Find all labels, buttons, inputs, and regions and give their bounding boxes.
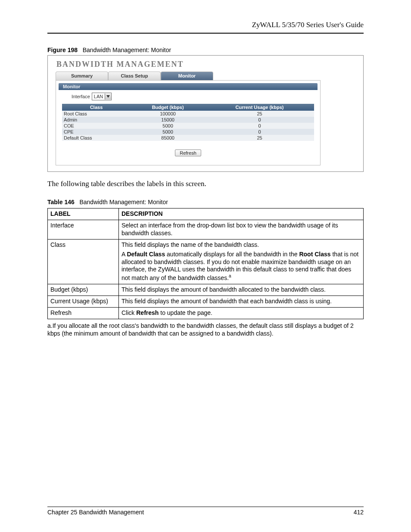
cell-class: Admin (62, 117, 131, 123)
table-footnote: a.If you allocate all the root class's b… (47, 322, 364, 337)
refresh-button[interactable]: Refresh (175, 149, 201, 156)
col-usage: Current Usage (kbps) (205, 104, 314, 111)
cell-usage: 0 (205, 129, 314, 135)
figure-label: Figure 198 (47, 47, 78, 53)
table-row: Root Class 100000 25 (62, 111, 314, 117)
class-p2: A Default Class automatically displays f… (121, 251, 361, 282)
cell-budget: 85000 (131, 135, 205, 141)
description-table: LABEL DESCRIPTION Interface Select an in… (47, 208, 364, 319)
table-row: Budget (kbps) This field displays the am… (48, 284, 364, 296)
cell-class: CPE (62, 129, 131, 135)
figure-title: Bandwidth Management: Monitor (83, 47, 171, 53)
table-row: COE 5000 0 (62, 123, 314, 129)
footer-chapter: Chapter 25 Bandwidth Management (47, 509, 144, 516)
table-label: Table 146 (47, 199, 75, 205)
table-title: Bandwidth Management: Monitor (79, 199, 168, 205)
footer-page-number: 412 (354, 509, 364, 516)
table-caption: Table 146 Bandwidth Management: Monitor (47, 199, 364, 205)
header-rule (47, 33, 364, 34)
tab-class-setup[interactable]: Class Setup (108, 72, 161, 80)
desc-cell: This field displays the amount of bandwi… (119, 284, 364, 296)
cell-class: COE (62, 123, 131, 129)
figure-caption: Figure 198 Bandwidth Management: Monitor (47, 47, 364, 53)
label-cell: Refresh (48, 307, 119, 319)
label-cell: Current Usage (kbps) (48, 296, 119, 307)
tab-summary[interactable]: Summary (56, 72, 108, 80)
cell-class: Default Class (62, 135, 131, 141)
label-cell: Budget (kbps) (48, 284, 119, 296)
screenshot-title: BANDWIDTH MANAGEMENT (56, 60, 363, 69)
section-bar-monitor: Monitor (59, 83, 318, 90)
th-label: LABEL (48, 208, 119, 220)
cell-usage: 0 (205, 117, 314, 123)
label-cell: Interface (48, 220, 119, 239)
running-header: ZyWALL 5/35/70 Series User's Guide (47, 21, 364, 33)
table-row: Admin 15000 0 (62, 117, 314, 123)
cell-budget: 100000 (131, 111, 205, 117)
cell-class: Root Class (62, 111, 131, 117)
tab-monitor[interactable]: Monitor (161, 72, 213, 80)
desc-cell: Click Refresh to update the page. (119, 307, 364, 319)
table-row: Default Class 85000 25 (62, 135, 314, 141)
intro-paragraph: The following table describes the labels… (47, 180, 364, 188)
interface-value: LAN (94, 94, 103, 99)
table-row: Class This field displays the name of th… (48, 239, 364, 284)
cell-usage: 25 (205, 111, 314, 117)
tab-body: Monitor Interface LAN Class Budget (56, 80, 321, 165)
tab-bar: Summary Class Setup Monitor (56, 72, 321, 80)
cell-budget: 5000 (131, 129, 205, 135)
col-class: Class (62, 104, 131, 111)
desc-cell: This field displays the name of the band… (119, 239, 364, 284)
cell-usage: 0 (205, 123, 314, 129)
screenshot-panel: BANDWIDTH MANAGEMENT Summary Class Setup… (47, 55, 364, 172)
desc-cell: Select an interface from the drop-down l… (119, 220, 364, 239)
footer-rule (47, 507, 364, 507)
interface-label: Interface (72, 94, 90, 99)
cell-budget: 15000 (131, 117, 205, 123)
table-row: Current Usage (kbps) This field displays… (48, 296, 364, 307)
table-row: CPE 5000 0 (62, 129, 314, 135)
table-row: Interface Select an interface from the d… (48, 220, 364, 239)
interface-select[interactable]: LAN (92, 93, 112, 100)
cell-budget: 5000 (131, 123, 205, 129)
footnote-ref: a (229, 274, 231, 278)
col-budget: Budget (kbps) (131, 104, 205, 111)
table-row: Refresh Click Refresh to update the page… (48, 307, 364, 319)
cell-usage: 25 (205, 135, 314, 141)
bandwidth-table: Class Budget (kbps) Current Usage (kbps)… (62, 104, 314, 141)
class-p1: This field displays the name of the band… (121, 241, 361, 249)
desc-cell: This field displays the amount of bandwi… (119, 296, 364, 307)
th-description: DESCRIPTION (119, 208, 364, 220)
label-cell: Class (48, 239, 119, 284)
chevron-down-icon (105, 93, 111, 100)
